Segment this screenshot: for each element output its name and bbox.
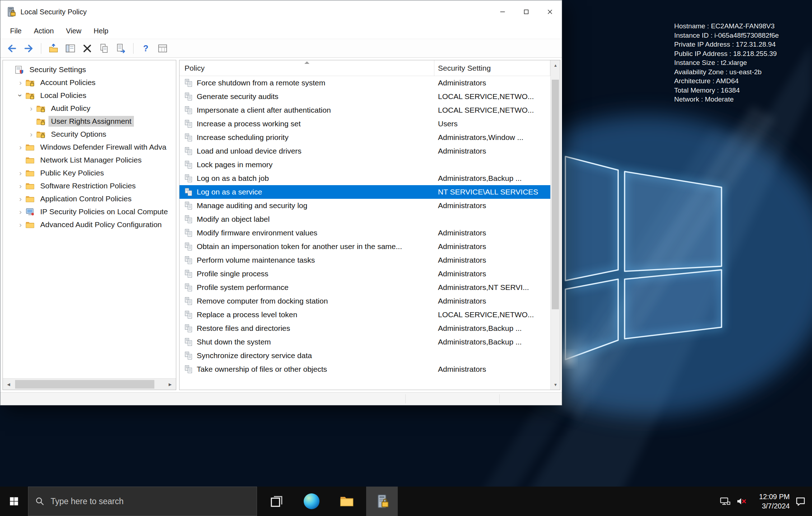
collapsed-chevron-icon[interactable]: › [16, 143, 25, 151]
up-level-button[interactable] [46, 41, 61, 56]
scroll-down-arrow-icon[interactable]: ▼ [551, 380, 560, 390]
maximize-button[interactable] [514, 0, 538, 23]
menu-item-help[interactable]: Help [88, 25, 115, 37]
security-setting-cell: Administrators [434, 297, 550, 305]
tree-item-software-restriction-policies[interactable]: ›Software Restriction Policies [3, 179, 176, 192]
policy-row-generate-security-audits[interactable]: Generate security auditsLOCAL SERVICE,NE… [179, 90, 550, 103]
forward-button[interactable] [21, 41, 37, 56]
policy-name-cell: Lock pages in memory [197, 160, 434, 169]
taskbar-clock[interactable]: 12:09 PM 3/7/2024 [752, 492, 790, 511]
policy-row-perform-volume-maintenance-tasks[interactable]: Perform volume maintenance tasksAdminist… [179, 253, 550, 267]
horizontal-scrollbar-thumb[interactable] [15, 380, 154, 389]
scroll-left-arrow-icon[interactable]: ◀ [3, 379, 14, 390]
column-header-policy[interactable]: Policy [179, 60, 434, 76]
tree-item-ip-security-policies-on-local-compute[interactable]: ›IP Security Policies on Local Compute [3, 205, 176, 218]
tree-item-label: Network List Manager Policies [38, 155, 144, 165]
tree-item-application-control-policies[interactable]: ›Application Control Policies [3, 192, 176, 205]
tree-item-label: Audit Policy [48, 103, 93, 114]
policy-name-cell: Restore files and directories [197, 324, 434, 333]
vertical-scrollbar-thumb[interactable] [552, 80, 559, 309]
policy-row-log-on-as-a-batch-job[interactable]: Log on as a batch jobAdministrators,Back… [179, 172, 550, 185]
show-console-tree-button[interactable] [62, 41, 78, 56]
tree-item-network-list-manager-policies[interactable]: Network List Manager Policies [3, 154, 176, 166]
file-explorer-button[interactable] [331, 487, 363, 516]
toolbar-separator [41, 43, 41, 54]
column-header-security-setting[interactable]: Security Setting [434, 60, 550, 76]
policy-name-cell: Log on as a service [197, 188, 434, 196]
menu-item-file[interactable]: File [4, 25, 28, 37]
tree-item-local-policies[interactable]: ›Local Policies [3, 89, 176, 102]
tree-item-security-settings[interactable]: Security Settings [3, 63, 176, 76]
policy-row-modify-an-object-label[interactable]: Modify an object label [179, 212, 550, 226]
toolbar [0, 39, 562, 58]
policy-name-cell: Impersonate a client after authenticatio… [197, 106, 434, 114]
tree-item-account-policies[interactable]: ›Account Policies [3, 76, 176, 89]
close-button[interactable] [538, 0, 562, 23]
policy-row-load-and-unload-device-drivers[interactable]: Load and unload device driversAdministra… [179, 144, 550, 158]
horizontal-scrollbar[interactable]: ◀ ▶ [3, 378, 176, 390]
policy-row-lock-pages-in-memory[interactable]: Lock pages in memory [179, 158, 550, 172]
policy-row-profile-system-performance[interactable]: Profile system performanceAdministrators… [179, 281, 550, 294]
search-input[interactable] [51, 497, 257, 506]
tree-item-security-options[interactable]: ›Security Options [3, 128, 176, 141]
action-center-icon[interactable] [795, 496, 806, 507]
policy-row-force-shutdown-from-a-remote-system[interactable]: Force shutdown from a remote systemAdmin… [179, 76, 550, 90]
tree-item-user-rights-assignment[interactable]: User Rights Assignment [3, 115, 176, 128]
collapsed-chevron-icon[interactable]: › [27, 130, 36, 139]
collapsed-chevron-icon[interactable]: › [27, 104, 36, 113]
tree-item-advanced-audit-policy-configuration[interactable]: ›Advanced Audit Policy Configuration [3, 218, 176, 231]
expanded-chevron-icon[interactable]: › [16, 91, 25, 100]
tree-item-label: IP Security Policies on Local Compute [38, 206, 171, 217]
vertical-scrollbar[interactable]: ▲ ▼ [550, 60, 560, 390]
policy-row-manage-auditing-and-security-log[interactable]: Manage auditing and security logAdminist… [179, 199, 550, 212]
policy-row-take-ownership-of-files-or-other-objects[interactable]: Take ownership of files or other objects… [179, 362, 550, 376]
task-view-button[interactable] [261, 487, 292, 516]
icon-view-button[interactable] [155, 41, 171, 56]
policy-row-synchronize-directory-service-data[interactable]: Synchronize directory service data [179, 349, 550, 362]
minimize-button[interactable] [491, 0, 514, 23]
tree-item-public-key-policies[interactable]: ›Public Key Policies [3, 166, 176, 179]
policy-row-increase-scheduling-priority[interactable]: Increase scheduling priorityAdministrato… [179, 131, 550, 144]
policy-row-obtain-an-impersonation-token-for-another-user-in-the-same[interactable]: Obtain an impersonation token for anothe… [179, 240, 550, 253]
tree-item-label: Windows Defender Firewall with Adva [38, 142, 169, 153]
collapsed-chevron-icon[interactable]: › [16, 182, 25, 190]
edge-button[interactable] [296, 487, 327, 516]
policy-row-remove-computer-from-docking-station[interactable]: Remove computer from docking stationAdmi… [179, 294, 550, 308]
collapsed-chevron-icon[interactable]: › [16, 207, 25, 216]
delete-button[interactable] [79, 41, 95, 56]
collapsed-chevron-icon[interactable]: › [16, 194, 25, 203]
policy-doc-icon [184, 296, 193, 306]
policy-row-impersonate-a-client-after-authentication[interactable]: Impersonate a client after authenticatio… [179, 103, 550, 117]
policy-row-shut-down-the-system[interactable]: Shut down the systemAdministrators,Backu… [179, 335, 550, 349]
system-info-line: Hostname : EC2AMAZ-FAN98V3 [674, 22, 779, 31]
tree-item-audit-policy[interactable]: ›Audit Policy [3, 102, 176, 115]
tree-item-windows-defender-firewall-with-adva[interactable]: ›Windows Defender Firewall with Adva [3, 141, 176, 154]
security-setting-cell: LOCAL SERVICE,NETWO... [434, 92, 550, 101]
collapsed-chevron-icon[interactable]: › [16, 78, 25, 87]
taskbar-search[interactable] [28, 487, 257, 516]
policy-row-log-on-as-a-service[interactable]: Log on as a serviceNT SERVICE\ALL SERVIC… [179, 185, 550, 199]
task-view-icon [269, 494, 284, 509]
collapsed-chevron-icon[interactable]: › [16, 169, 25, 177]
local-security-policy-taskbar-button[interactable] [366, 487, 398, 516]
scroll-up-arrow-icon[interactable]: ▲ [551, 60, 560, 70]
volume-muted-icon[interactable] [736, 496, 747, 507]
network-icon[interactable] [719, 496, 731, 507]
scroll-right-arrow-icon[interactable]: ▶ [164, 379, 176, 390]
export-list-button[interactable] [113, 41, 129, 56]
title-bar[interactable]: Local Security Policy [0, 0, 562, 23]
help-button[interactable] [138, 41, 154, 56]
policy-name-cell: Force shutdown from a remote system [197, 79, 434, 87]
start-button[interactable] [0, 487, 28, 516]
policy-row-replace-a-process-level-token[interactable]: Replace a process level tokenLOCAL SERVI… [179, 308, 550, 322]
properties-button[interactable] [96, 41, 112, 56]
back-button[interactable] [4, 41, 20, 56]
policy-row-profile-single-process[interactable]: Profile single processAdministrators [179, 267, 550, 281]
security-setting-cell: Administrators,Backup ... [434, 174, 550, 183]
policy-row-increase-a-process-working-set[interactable]: Increase a process working setUsers [179, 117, 550, 131]
policy-row-restore-files-and-directories[interactable]: Restore files and directoriesAdministrat… [179, 322, 550, 335]
policy-row-modify-firmware-environment-values[interactable]: Modify firmware environment valuesAdmini… [179, 226, 550, 240]
menu-item-view[interactable]: View [60, 25, 88, 37]
menu-item-action[interactable]: Action [28, 25, 60, 37]
collapsed-chevron-icon[interactable]: › [16, 220, 25, 229]
